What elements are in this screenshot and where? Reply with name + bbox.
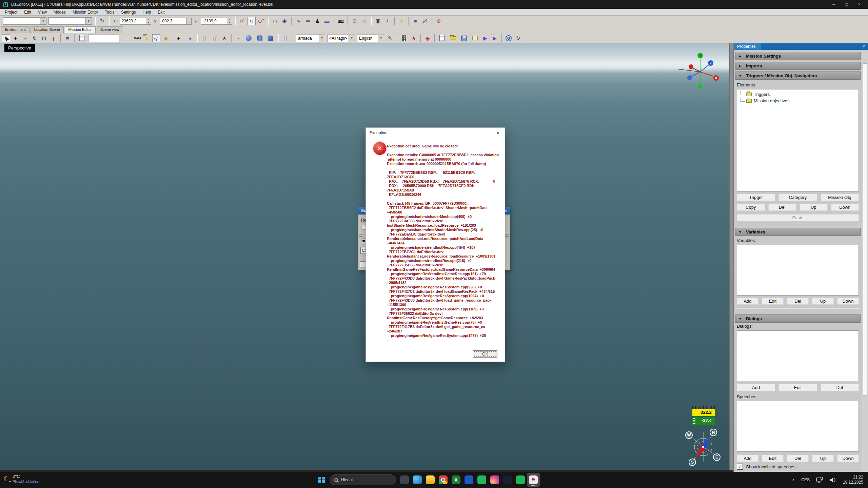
unit-star-icon[interactable]: ★ (410, 34, 418, 42)
magnet-3-icon[interactable]: Ω3 (238, 17, 246, 25)
button-edit[interactable]: Edit (762, 298, 784, 305)
visibility-eye-icon[interactable]: ◉ (280, 17, 289, 25)
properties-title[interactable]: Properties (734, 43, 761, 50)
menu-tools[interactable]: Tools (101, 10, 118, 15)
button-mission-obj[interactable]: Mission Obj (821, 194, 859, 201)
instagram-icon[interactable] (488, 473, 501, 487)
button-add[interactable]: Add (737, 298, 758, 305)
rotate-icon[interactable]: ↻ (31, 34, 39, 42)
gameres-icon[interactable]: G (506, 35, 512, 41)
menu-settings[interactable]: Settings (118, 10, 139, 15)
chrome-icon[interactable] (437, 473, 450, 487)
object-name-input[interactable] (88, 35, 119, 42)
points-icon[interactable]: + (383, 17, 392, 25)
clock[interactable]: 21:22 19.12.2025 (843, 475, 863, 485)
button-up[interactable]: Up (812, 298, 834, 305)
tags-combo[interactable]: <All tags> (327, 35, 355, 42)
props-doc-icon[interactable] (77, 34, 86, 42)
speeches-list[interactable] (737, 401, 859, 452)
waypoint-star-icon[interactable]: ★WP (143, 34, 151, 42)
scale-icon[interactable]: ⊡ (40, 34, 48, 42)
button-category[interactable]: Category (778, 194, 817, 201)
shield-icon[interactable] (462, 473, 475, 487)
close-button[interactable]: × (858, 2, 861, 7)
menu-edit[interactable]: Edit (21, 10, 35, 15)
tree-item-mission-objectives[interactable]: Mission objectives (737, 98, 859, 104)
search-box[interactable]: Hledat (330, 474, 396, 485)
button-up[interactable]: Up (812, 455, 834, 462)
button-del[interactable]: Del (787, 298, 809, 305)
select-by-name-icon[interactable]: ≡ (63, 34, 72, 42)
cylinder-icon[interactable] (255, 34, 264, 42)
bomb-icon[interactable]: ● (186, 34, 194, 42)
tab-mission-editor[interactable]: Mission Editor (65, 26, 96, 33)
no-draw-icon[interactable]: □ (421, 17, 429, 25)
panes-icon[interactable]: ⊞ (351, 17, 359, 25)
pen-icon[interactable]: ✎ (386, 34, 394, 42)
paste-button[interactable]: Paste (737, 214, 859, 221)
gem-icon[interactable]: ◆ (162, 34, 170, 42)
steam-icon[interactable] (501, 473, 514, 487)
footprints-icon[interactable]: oo (304, 17, 312, 25)
file-explorer-icon[interactable] (424, 473, 437, 487)
target-icon[interactable]: ◉ (423, 34, 432, 42)
button-edit[interactable]: Edit (778, 384, 817, 391)
button-down[interactable]: Down (831, 204, 859, 211)
button-trigger[interactable]: Trigger (737, 194, 775, 201)
play-icon[interactable]: ▶ (481, 34, 489, 42)
tab-environment[interactable]: Environment (1, 26, 29, 33)
cube-icon[interactable] (266, 34, 275, 42)
language-combo[interactable]: English (357, 35, 384, 42)
person-icon[interactable]: ♟ (313, 17, 321, 25)
screw-star-icon[interactable]: ★ (220, 34, 229, 42)
spotify-icon[interactable] (514, 473, 527, 487)
button-down[interactable]: Down (837, 455, 859, 462)
tab-scene-view[interactable]: Scene view (97, 26, 123, 33)
import-icon[interactable] (470, 34, 480, 42)
tray-chevron-icon[interactable]: ∧ (792, 477, 795, 482)
close-icon[interactable]: × (860, 43, 868, 50)
preset-combo-1[interactable] (3, 17, 46, 25)
button-edit[interactable]: Edit (762, 455, 784, 462)
move-icon[interactable]: + (12, 34, 20, 42)
perspective-label[interactable]: Perspective (4, 44, 35, 52)
warthunder-cdk-icon[interactable]: ⚑ (527, 473, 540, 487)
language-indicator[interactable]: CES (801, 477, 810, 482)
layers-icon[interactable]: ≡ (124, 34, 132, 42)
properties-scrollbar[interactable] (862, 50, 868, 473)
screw-3-icon[interactable] (281, 34, 290, 42)
coord-y[interactable]: y :892.3 (153, 18, 192, 25)
menu-modes[interactable]: Modes (50, 10, 69, 15)
section-triggers-navigation[interactable]: ▼ Triggers / Mission Obj. Navigation (735, 72, 861, 80)
minimize-button[interactable]: ─ (832, 2, 835, 7)
move-plane-icon[interactable]: + (21, 34, 29, 42)
car-icon[interactable]: ▬ (323, 17, 331, 25)
horizon-icon[interactable]: ∿ (294, 17, 302, 25)
magnet-percent-icon[interactable]: Ω% (257, 17, 265, 25)
section-imports[interactable]: ► imports (735, 62, 861, 70)
save-icon[interactable] (459, 34, 469, 42)
button-copy[interactable]: Copy (737, 204, 765, 211)
speaker-icon[interactable] (829, 477, 836, 483)
section-variables[interactable]: ▼ Variables (735, 228, 861, 236)
elements-tree[interactable]: TriggersMission objectives (737, 89, 859, 191)
coord-z[interactable]: z :-2139.9 (193, 18, 232, 25)
dialogs-list[interactable] (737, 330, 859, 381)
sun-icon[interactable]: ☀ (397, 17, 406, 25)
show-localized-checkbox[interactable] (737, 464, 743, 470)
button-del[interactable]: Del (821, 384, 859, 391)
start-button[interactable] (315, 473, 328, 487)
compass-mode-icon[interactable]: ◎ (152, 34, 160, 42)
button-add[interactable]: Add (737, 455, 758, 462)
play-camera-icon[interactable]: ▶▪ (491, 34, 499, 42)
network-icon[interactable] (816, 477, 823, 483)
section-dialogs[interactable]: ▼ Dialogs (735, 314, 861, 323)
scrollbar-thumb[interactable] (863, 63, 867, 395)
close-icon[interactable]: × (495, 130, 501, 136)
edge-icon[interactable] (411, 473, 424, 487)
stat-icon[interactable]: Stat (337, 17, 345, 25)
coord-x[interactable]: x :23623.2 (112, 18, 151, 25)
screw-2-icon[interactable] (210, 34, 219, 42)
rotate-gizmo-icon[interactable]: ↻ (98, 17, 106, 25)
task-view-icon[interactable] (398, 473, 411, 487)
